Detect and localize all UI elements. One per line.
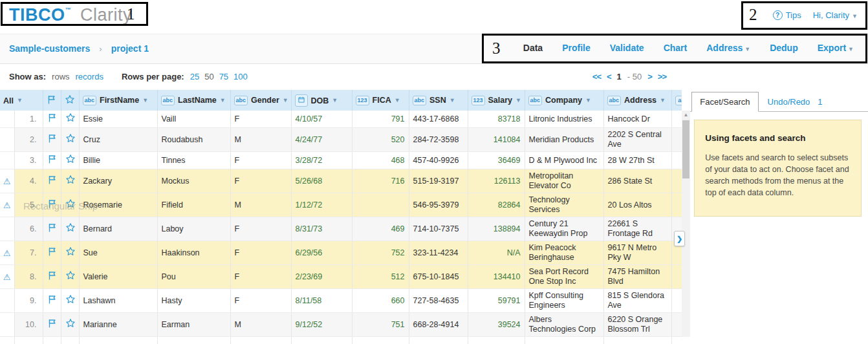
row-flag-toggle[interactable] [43,313,61,337]
cell-ssn[interactable]: 284-72-3598 [409,128,468,152]
cell-company[interactable]: D & M Plywood Inc [525,152,603,169]
cell-salary[interactable]: 83718 [468,111,525,128]
cell-dob[interactable]: 8/31/73 [291,217,352,241]
cell-address[interactable]: 22661 S Frontage Rd [603,217,671,241]
cell-last_name[interactable]: Vaill [157,111,230,128]
cell-dob[interactable]: 1/12/72 [291,193,352,217]
tips-link[interactable]: ? Tips [773,10,801,20]
cell-first_name[interactable]: Lashawn [79,289,157,313]
cell-first_name[interactable]: Billie [79,152,157,169]
column-header-all[interactable]: All▼ [0,90,43,111]
row-flag-toggle[interactable] [43,217,61,241]
cell-salary[interactable]: 138894 [468,217,525,241]
cell-salary[interactable]: 126113 [468,169,525,193]
next-page-button[interactable]: > [647,72,652,81]
cell-salary[interactable]: 59791 [468,289,525,313]
cell-dob[interactable]: 6/29/56 [291,241,352,265]
prev-page-button[interactable]: < [607,72,611,81]
row-star-toggle[interactable] [61,265,79,289]
cell-company[interactable]: Kpff Consulting Engineers [525,289,603,313]
cell-address[interactable]: 7475 Hamilton Blvd [603,265,671,289]
cell-first_name[interactable]: Rosemarie [79,193,157,217]
cell-salary[interactable]: N/A [468,241,525,265]
cell-company[interactable]: Kim Peacock Beringhause [525,241,603,265]
row-flag-toggle[interactable] [43,128,61,152]
column-menu-arrow-icon[interactable]: ▼ [220,97,226,103]
cell-company[interactable]: Century 21 Keewaydin Prop [525,217,603,241]
scroll-up-arrow-icon[interactable]: ▲ [682,112,690,118]
cell-first_name[interactable]: Valerie [79,265,157,289]
cell-last_name[interactable]: Tinnes [157,152,230,169]
row-star-toggle[interactable] [61,313,79,337]
cell-company[interactable]: Metropolitan Elevator Co [525,169,603,193]
cell-last_name[interactable]: Fifield [157,193,230,217]
row-flag-toggle[interactable] [43,152,61,169]
cell-dob[interactable]: 5/26/68 [291,169,352,193]
cell-first_name[interactable]: Cruz [79,128,157,152]
column-menu-arrow-icon[interactable]: ▼ [395,97,400,103]
column-menu-arrow-icon[interactable]: ▼ [515,97,521,103]
nav-item-dedup[interactable]: Dedup [770,43,798,53]
user-menu[interactable]: Hi, Clarity▼ [813,10,858,20]
row-star-toggle[interactable] [61,152,79,169]
row-flag-toggle[interactable] [43,111,61,128]
cell-first_name[interactable]: Sue [79,241,157,265]
cell-gender[interactable]: F [230,111,291,128]
cell-salary[interactable]: 82864 [468,193,525,217]
cell-gender[interactable]: F [230,152,291,169]
column-header-star[interactable] [61,90,79,111]
cell-salary[interactable]: 39524 [468,313,525,337]
row-star-toggle[interactable] [61,193,79,217]
cell-ssn[interactable]: 457-40-9926 [409,152,468,169]
cell-address[interactable]: Hancock Dr [603,111,671,128]
cell-address[interactable]: 28 W 27th St [603,152,671,169]
cell-last_name[interactable]: Haakinson [157,241,230,265]
first-page-button[interactable]: << [592,72,601,81]
page-size-25[interactable]: 25 [190,72,199,81]
cell-dob[interactable]: 4/10/57 [291,111,352,128]
cell-ssn[interactable]: 727-58-4635 [409,289,468,313]
page-size-75[interactable]: 75 [219,72,228,81]
cell-dob[interactable]: 2/23/69 [291,265,352,289]
cell-gender[interactable]: F [230,169,291,193]
cell-fica[interactable]: 520 [352,128,409,152]
cell-fica[interactable]: 469 [352,217,409,241]
tab-undo-redo[interactable]: Undo/Redo [759,92,814,111]
row-star-toggle[interactable] [61,241,79,265]
column-header-address[interactable]: abcAddress▼ [603,90,671,111]
cell-address[interactable]: 6220 S Orange Blossom Trl [603,313,671,337]
cell-fica[interactable]: 752 [352,241,409,265]
nav-item-address[interactable]: Address▼ [706,43,750,53]
cell-first_name[interactable]: Zackary [79,169,157,193]
cell-address[interactable]: 286 State St [603,169,671,193]
cell-ssn[interactable]: 675-10-1845 [409,265,468,289]
cell-gender[interactable]: F [230,289,291,313]
cell-fica[interactable]: 468 [352,152,409,169]
nav-item-chart[interactable]: Chart [664,43,688,53]
scrollbar-thumb[interactable] [682,120,689,178]
row-star-toggle[interactable] [61,217,79,241]
row-flag-toggle[interactable] [43,289,61,313]
cell-last_name[interactable]: Hasty [157,289,230,313]
row-star-toggle[interactable] [61,111,79,128]
cell-address[interactable]: 2202 S Central Ave [603,128,671,152]
cell-ssn[interactable]: 443-17-6868 [409,111,468,128]
column-menu-arrow-icon[interactable]: ▼ [585,97,591,103]
all-menu-arrow-icon[interactable]: ▼ [17,97,23,103]
cell-last_name[interactable]: Earman [157,313,230,337]
cell-last_name[interactable]: Pou [157,265,230,289]
cell-fica[interactable]: 791 [352,111,409,128]
row-flag-toggle[interactable] [43,241,61,265]
column-header-firstname[interactable]: abcFirstName▼ [79,90,157,111]
cell-fica[interactable] [352,193,409,217]
cell-company[interactable]: Albers Technologies Corp [525,313,603,337]
column-menu-arrow-icon[interactable]: ▼ [660,97,666,103]
column-header-dob[interactable]: DOB▼ [291,90,352,111]
cell-first_name[interactable]: Essie [79,111,157,128]
nav-item-export[interactable]: Export▼ [818,43,854,53]
cell-gender[interactable]: F [230,217,291,241]
nav-item-data[interactable]: Data [523,43,543,53]
cell-company[interactable]: Technology Services [525,193,603,217]
breadcrumb-project[interactable]: project 1 [111,43,149,54]
cell-fica[interactable]: 660 [352,289,409,313]
